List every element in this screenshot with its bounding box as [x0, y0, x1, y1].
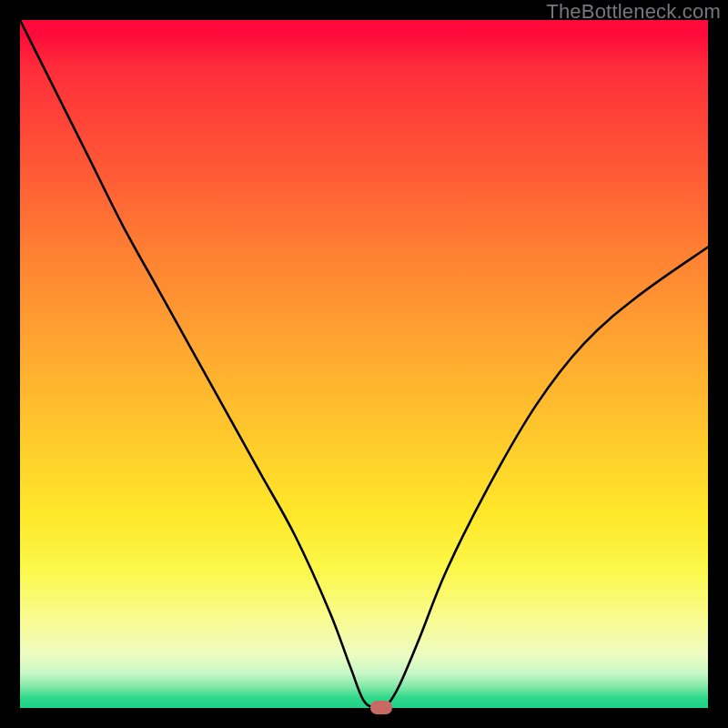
chart-container: TheBottleneck.com	[0, 0, 728, 728]
curve-path	[20, 20, 708, 708]
watermark-text: TheBottleneck.com	[546, 0, 721, 24]
chart-curve	[20, 20, 708, 708]
bottleneck-marker	[370, 701, 392, 714]
